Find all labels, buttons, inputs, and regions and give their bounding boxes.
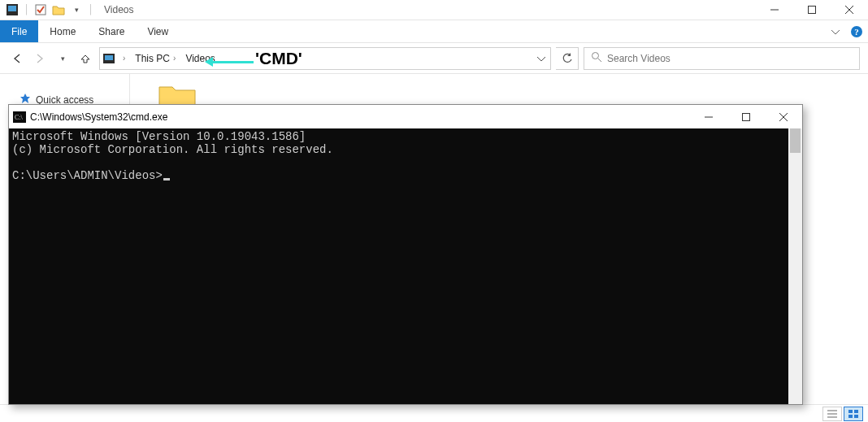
svg-rect-18 [854,410,858,413]
minimize-button[interactable] [756,0,793,20]
status-bar [0,404,868,422]
refresh-button[interactable] [556,47,579,70]
view-thumbnails-button[interactable] [844,407,863,421]
svg-rect-24 [743,113,750,120]
window-title: Videos [104,4,133,15]
breadcrumb-label: This PC [135,53,170,64]
cursor-icon [163,178,170,181]
scrollbar-thumb[interactable] [790,128,801,153]
back-button[interactable] [8,50,26,67]
svg-rect-1 [8,6,16,11]
qat-dropdown-icon[interactable]: ▾ [69,2,84,17]
cmd-output-line: (c) Microsoft Corporation. All rights re… [12,143,799,156]
cmd-minimize-button[interactable] [690,105,727,128]
svg-marker-13 [20,94,30,103]
tab-view[interactable]: View [136,20,180,42]
recent-dropdown-icon[interactable]: ▾ [54,50,72,67]
svg-rect-19 [848,415,853,418]
ribbon-expand-icon[interactable] [826,20,845,42]
explorer-titlebar: ▾ Videos [0,0,868,20]
chevron-right-icon: › [173,54,176,63]
forward-button[interactable] [31,50,49,67]
qat-folder-icon[interactable] [51,2,66,17]
cmd-maximize-button[interactable] [727,105,765,128]
svg-rect-17 [848,410,853,413]
cmd-terminal[interactable]: Microsoft Windows [Version 10.0.19043.15… [9,128,802,404]
cmd-titlebar[interactable]: C:\ C:\Windows\System32\cmd.exe [9,105,802,128]
svg-text:C:\: C:\ [15,114,24,121]
location-icon [100,53,118,64]
breadcrumb-current[interactable]: Videos [180,48,219,69]
qat-properties-icon[interactable] [33,2,48,17]
navigation-row: ▾ › This PC › Videos [0,43,868,74]
cmd-prompt: C:\Users\ADMIN\Videos> [12,169,163,182]
app-icon [5,2,20,17]
breadcrumb-label: Videos [185,53,215,64]
address-bar[interactable]: › This PC › Videos [99,47,551,70]
close-button[interactable] [831,0,868,20]
cmd-icon: C:\ [9,111,30,123]
tab-home[interactable]: Home [38,20,87,42]
svg-point-11 [592,53,599,59]
cmd-window[interactable]: C:\ C:\Windows\System32\cmd.exe Microsof… [8,104,803,405]
cmd-scrollbar[interactable] [788,128,802,404]
svg-rect-20 [854,415,858,418]
ribbon-tabs: File Home Share View ? [0,20,868,43]
cmd-title-text: C:\Windows\System32\cmd.exe [30,111,167,123]
search-icon [591,51,602,65]
tab-share[interactable]: Share [87,20,136,42]
cmd-prompt-line: C:\Users\ADMIN\Videos> [12,169,799,182]
svg-text:?: ? [854,27,859,37]
view-details-button[interactable] [822,407,842,421]
address-dropdown-icon[interactable] [532,54,550,63]
svg-line-12 [598,59,601,62]
cmd-output-line: Microsoft Windows [Version 10.0.19043.15… [12,130,799,143]
cmd-close-button[interactable] [765,105,802,128]
maximize-button[interactable] [793,0,831,20]
breadcrumb-chevron[interactable]: › [118,48,130,69]
help-icon[interactable]: ? [845,20,868,42]
search-box[interactable] [584,47,860,70]
divider [90,4,91,15]
divider [26,4,27,15]
breadcrumb-this-pc[interactable]: This PC › [130,48,180,69]
svg-rect-4 [809,7,816,14]
svg-rect-10 [105,55,113,60]
tab-file[interactable]: File [0,20,38,42]
search-input[interactable] [607,53,853,64]
up-button[interactable] [76,50,94,67]
